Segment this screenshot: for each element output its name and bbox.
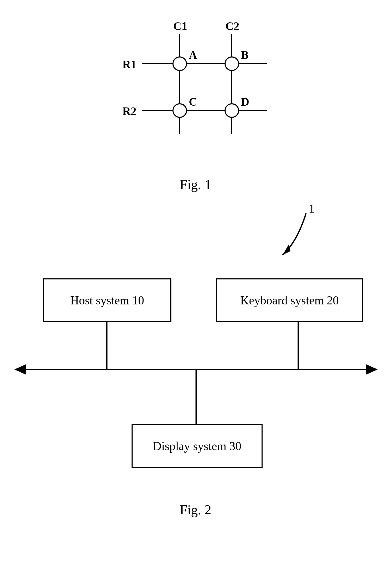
- svg-marker-12: [14, 364, 26, 375]
- svg-marker-13: [366, 364, 378, 375]
- fig2-caption: Fig. 2: [180, 502, 211, 517]
- fig2-bus: [0, 0, 391, 588]
